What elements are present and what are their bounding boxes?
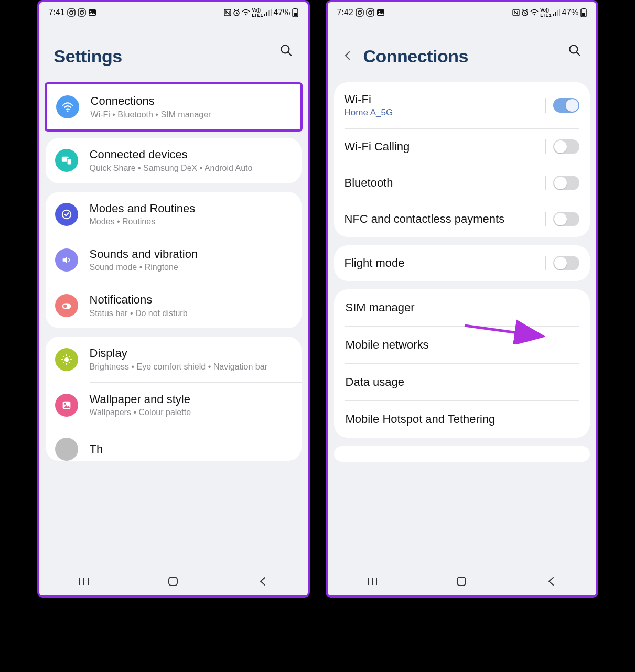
search-icon bbox=[568, 44, 582, 57]
nav-recents[interactable] bbox=[367, 576, 378, 589]
instagram-icon bbox=[366, 8, 374, 17]
item-title: Notifications bbox=[90, 292, 292, 307]
item-title: Modes and Routines bbox=[90, 201, 292, 216]
status-battery-text: 47% bbox=[562, 8, 578, 17]
signal-icon bbox=[553, 9, 560, 16]
item-subtitle: Wallpapers • Colour palette bbox=[90, 407, 292, 418]
nfc-toggle[interactable] bbox=[553, 212, 579, 226]
svg-rect-17 bbox=[294, 13, 297, 16]
connections-item-data-usage[interactable]: Data usage bbox=[334, 364, 590, 400]
nav-bar bbox=[328, 569, 596, 595]
wallpaper-icon bbox=[55, 394, 78, 417]
svg-rect-40 bbox=[169, 577, 177, 586]
svg-rect-58 bbox=[582, 13, 585, 16]
battery-icon bbox=[292, 8, 298, 17]
instagram-icon bbox=[67, 8, 76, 17]
bluetooth-toggle[interactable] bbox=[553, 176, 579, 190]
svg-line-31 bbox=[63, 356, 63, 356]
item-title: Th bbox=[90, 442, 292, 457]
item-subtitle: Home A_5G bbox=[345, 107, 540, 118]
search-button[interactable] bbox=[568, 44, 586, 59]
connections-item-nfc[interactable]: NFC and contactless payments bbox=[334, 201, 590, 237]
svg-line-60 bbox=[576, 52, 580, 56]
back-button[interactable] bbox=[337, 49, 358, 64]
item-title: Wallpaper and style bbox=[90, 392, 292, 407]
settings-item-notifications[interactable]: Notifications Status bar • Do not distur… bbox=[46, 283, 302, 328]
svg-point-42 bbox=[358, 11, 361, 14]
wifi-toggle[interactable] bbox=[553, 98, 579, 113]
wifi-calling-toggle[interactable] bbox=[553, 139, 579, 154]
svg-rect-57 bbox=[583, 8, 585, 9]
flight-mode-toggle[interactable] bbox=[553, 256, 579, 270]
svg-point-25 bbox=[63, 305, 67, 308]
connections-item-flight-mode[interactable]: Flight mode bbox=[334, 245, 590, 281]
nav-home[interactable] bbox=[167, 576, 179, 589]
settings-item-sounds[interactable]: Sounds and vibration Sound mode • Ringto… bbox=[46, 237, 302, 283]
svg-point-26 bbox=[64, 357, 68, 362]
connections-item-hotspot[interactable]: Mobile Hotspot and Tethering bbox=[334, 401, 590, 438]
svg-point-36 bbox=[64, 403, 66, 405]
volte-icon: Vo))LTE1 bbox=[252, 7, 263, 18]
svg-point-5 bbox=[83, 10, 84, 11]
svg-rect-12 bbox=[266, 12, 267, 16]
settings-item-connections[interactable]: Connections Wi-Fi • Bluetooth • SIM mana… bbox=[45, 82, 303, 132]
svg-rect-47 bbox=[377, 9, 384, 16]
devices-icon bbox=[55, 149, 78, 172]
nfc-icon bbox=[224, 9, 231, 16]
instagram-icon bbox=[78, 8, 86, 17]
connections-item-sim-manager[interactable]: SIM manager bbox=[334, 289, 590, 326]
item-title: Display bbox=[90, 346, 292, 361]
settings-item-themes[interactable]: Th bbox=[46, 428, 302, 461]
svg-rect-52 bbox=[553, 14, 554, 16]
item-title: Sounds and vibration bbox=[90, 247, 292, 262]
settings-item-wallpaper[interactable]: Wallpaper and style Wallpapers • Colour … bbox=[46, 383, 302, 428]
nav-back[interactable] bbox=[545, 576, 557, 589]
item-title: Connections bbox=[91, 94, 291, 109]
page-title: Connections bbox=[358, 46, 468, 67]
wifi-icon bbox=[56, 95, 79, 118]
svg-rect-0 bbox=[68, 9, 75, 16]
display-icon bbox=[55, 348, 78, 371]
alarm-icon bbox=[521, 9, 529, 16]
item-subtitle: Wi-Fi • Bluetooth • SIM manager bbox=[91, 110, 291, 121]
svg-point-20 bbox=[67, 111, 68, 112]
status-bar: 7:42 Vo))LTE1 47% bbox=[328, 2, 596, 20]
signal-icon bbox=[264, 9, 272, 16]
connections-item-mobile-networks[interactable]: Mobile networks bbox=[334, 327, 590, 363]
connections-item-bluetooth[interactable]: Bluetooth bbox=[334, 165, 590, 201]
item-subtitle: Modes • Routines bbox=[90, 216, 292, 227]
item-title: Wi-Fi Calling bbox=[345, 140, 540, 154]
svg-point-45 bbox=[368, 11, 371, 14]
nav-back[interactable] bbox=[257, 576, 268, 589]
modes-icon bbox=[55, 203, 78, 226]
wifi-icon bbox=[530, 9, 539, 16]
settings-item-display[interactable]: Display Brightness • Eye comfort shield … bbox=[46, 337, 302, 382]
svg-rect-11 bbox=[264, 14, 265, 16]
nav-bar bbox=[39, 569, 308, 595]
nav-recents[interactable] bbox=[78, 576, 90, 589]
svg-line-32 bbox=[69, 362, 70, 363]
phone-settings-screen: 7:41 Vo))LTE1 47% Settings Connections W… bbox=[37, 0, 310, 598]
item-subtitle: Quick Share • Samsung DeX • Android Auto bbox=[90, 163, 292, 174]
item-title: Wi-Fi bbox=[345, 93, 540, 106]
svg-rect-65 bbox=[457, 577, 466, 586]
wifi-icon bbox=[242, 9, 250, 16]
item-title: NFC and contactless payments bbox=[345, 212, 540, 226]
svg-point-23 bbox=[62, 210, 71, 219]
instagram-icon bbox=[356, 8, 364, 17]
status-time: 7:42 bbox=[337, 8, 353, 17]
connections-item-wifi-calling[interactable]: Wi-Fi Calling bbox=[334, 129, 590, 165]
svg-rect-54 bbox=[557, 10, 558, 16]
svg-point-43 bbox=[361, 10, 362, 11]
settings-item-modes[interactable]: Modes and Routines Modes • Routines bbox=[46, 192, 302, 237]
svg-point-1 bbox=[69, 11, 72, 14]
svg-line-33 bbox=[63, 362, 63, 363]
gallery-icon bbox=[376, 8, 385, 17]
status-battery-text: 47% bbox=[273, 8, 290, 17]
svg-rect-6 bbox=[89, 9, 96, 16]
nav-home[interactable] bbox=[456, 576, 467, 589]
settings-item-connected-devices[interactable]: Connected devices Quick Share • Samsung … bbox=[46, 138, 302, 183]
connections-item-wifi[interactable]: Wi-Fi Home A_5G bbox=[334, 82, 590, 128]
search-button[interactable] bbox=[279, 44, 297, 59]
svg-rect-14 bbox=[271, 9, 272, 16]
